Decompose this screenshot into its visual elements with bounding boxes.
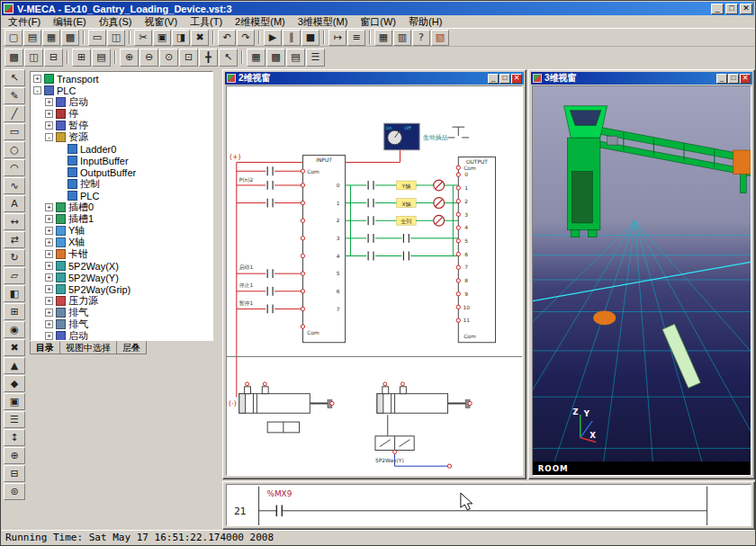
tree-item[interactable]: +Y轴 <box>32 225 212 237</box>
undo-icon[interactable]: ↶ <box>218 30 236 46</box>
menu-item[interactable]: 2维模型(M) <box>229 15 292 29</box>
expand-icon[interactable]: + <box>45 273 53 282</box>
menu-item[interactable]: 文件(F) <box>2 15 47 29</box>
rotate-tool-icon[interactable]: ↻ <box>4 249 25 266</box>
window-3d-minimize-button[interactable]: _ <box>716 74 727 84</box>
valve-y[interactable]: 5P2Way(Y) <box>375 415 452 468</box>
expand-icon[interactable]: + <box>45 309 53 317</box>
push-button-symbol[interactable] <box>448 127 470 138</box>
window-3d-close-button[interactable]: ✕ <box>740 74 751 84</box>
arc-tool-icon[interactable]: ◠ <box>4 159 25 176</box>
expand-icon[interactable]: + <box>45 320 53 328</box>
save-all-icon[interactable]: ▩ <box>61 30 79 46</box>
cut-icon[interactable]: ✂ <box>134 30 152 46</box>
titlebar[interactable]: V-MECA - Ex10_Gantry_Loading_Device.vst:… <box>2 2 754 15</box>
window-2d-maximize-button[interactable]: □ <box>500 74 510 84</box>
valve-x[interactable] <box>267 422 299 433</box>
measure-tool-icon[interactable]: ⊚ <box>4 483 25 500</box>
copy-icon[interactable]: ▣ <box>153 30 171 46</box>
report-icon[interactable]: ▥ <box>393 30 411 46</box>
expand-icon[interactable]: + <box>45 238 53 246</box>
tree-item[interactable]: +插槽0 <box>32 201 212 213</box>
layers-icon[interactable]: ▤ <box>286 49 305 67</box>
workpiece-orange[interactable] <box>593 311 616 326</box>
expand-icon[interactable]: + <box>45 262 53 270</box>
tree-item[interactable]: 控制 <box>32 178 212 190</box>
cylinder-x[interactable] <box>239 382 334 413</box>
pan-icon[interactable]: ╋ <box>199 49 218 67</box>
tree-item[interactable]: +X轴 <box>32 237 212 248</box>
expand-icon[interactable]: + <box>45 98 53 106</box>
tree-item[interactable]: +5P2Way(Grip) <box>32 283 212 295</box>
diamond-tool-icon[interactable]: ◆ <box>4 375 25 392</box>
table-icon[interactable]: ▦ <box>374 30 392 46</box>
tree-item[interactable]: +5P2Way(Y) <box>32 272 212 283</box>
tree-item[interactable]: +压力源 <box>32 295 212 307</box>
selector-knob[interactable]: On Off <box>384 123 419 149</box>
expand-icon[interactable]: + <box>45 227 53 235</box>
expand-icon[interactable]: + <box>45 215 53 223</box>
output-block[interactable]: OUTPUT Com Com 01234567891011 <box>456 157 495 343</box>
ladder-rung-21[interactable]: 21 %MX9 <box>234 487 707 525</box>
tree-tab[interactable]: 目录 <box>30 341 60 354</box>
grid-icon[interactable]: ▦ <box>247 49 266 67</box>
paste-icon[interactable]: ◨ <box>172 30 190 46</box>
zoom-tool-icon[interactable]: ⊕ <box>4 447 25 464</box>
menu-item[interactable]: 3维模型(M) <box>292 15 355 29</box>
print-icon[interactable]: ▭ <box>88 30 106 46</box>
zoom-in-icon[interactable]: ⊕ <box>120 49 139 67</box>
window-2d-close-button[interactable]: ✕ <box>511 74 522 84</box>
step-icon[interactable]: ↦ <box>328 30 346 46</box>
tree-item[interactable]: -PLC <box>32 85 212 96</box>
books-icon[interactable]: ▧ <box>431 30 449 46</box>
window-tile-horizontal-icon[interactable]: ◫ <box>24 49 43 67</box>
help-icon[interactable]: ? <box>412 30 430 46</box>
tree-item[interactable]: +停 <box>32 108 212 120</box>
expand-icon[interactable]: + <box>45 203 53 211</box>
node-tool-icon[interactable]: ◉ <box>4 321 25 338</box>
3d-canvas[interactable]: Z Y X ROOM <box>532 85 752 476</box>
component-tool-icon[interactable]: ⊞ <box>4 303 25 320</box>
tree-item[interactable]: +卡钳 <box>32 248 212 260</box>
menu-item[interactable]: 工具(T) <box>184 15 229 29</box>
dimension-tool-icon[interactable]: ↔ <box>4 213 25 230</box>
tree-item[interactable]: +暂停 <box>32 120 212 131</box>
run-icon[interactable]: ▶ <box>264 30 282 46</box>
collapse-tool-icon[interactable]: ⊟ <box>4 465 25 482</box>
2d-canvas[interactable]: On Off 生动插品 (+) <box>226 85 523 476</box>
vertical-dim-tool-icon[interactable]: ↕ <box>4 429 25 446</box>
ladder-canvas[interactable]: 21 %MX9 <box>226 484 752 526</box>
menu-item[interactable]: 编辑(E) <box>47 15 93 29</box>
tree-item[interactable]: -资源 <box>32 131 212 143</box>
minimize-button[interactable]: _ <box>711 4 724 14</box>
tree-item[interactable]: +插槽1 <box>32 213 212 225</box>
tree-item[interactable]: +排气 <box>32 318 212 330</box>
select-arrow-icon[interactable]: ↖ <box>219 49 238 67</box>
expand-icon[interactable]: + <box>45 332 53 340</box>
zoom-out-icon[interactable]: ⊖ <box>140 49 158 67</box>
collapse-icon[interactable]: - <box>45 133 53 141</box>
tree-item[interactable]: +排气 <box>32 307 212 318</box>
tree-item[interactable]: Ladder0 <box>32 143 212 155</box>
open-icon[interactable]: ▤ <box>23 30 41 46</box>
project-tree[interactable]: +Transport-PLC+启动+停+暂停-资源Ladder0InputBuf… <box>30 71 213 341</box>
expand-icon[interactable]: + <box>45 297 53 305</box>
tree-item[interactable]: PLC <box>32 190 212 201</box>
expand-icon[interactable]: + <box>45 250 53 258</box>
menu-item[interactable]: 窗口(W) <box>354 15 402 29</box>
new-icon[interactable]: ▢ <box>4 30 22 46</box>
window-3d-maximize-button[interactable]: □ <box>728 74 739 84</box>
snap-icon[interactable]: ▩ <box>266 49 285 67</box>
zoom-fit-icon[interactable]: ⊙ <box>159 49 178 67</box>
rect-tool-icon[interactable]: ▭ <box>4 123 25 140</box>
save-icon[interactable]: ▦ <box>42 30 60 46</box>
delete-icon[interactable]: ✖ <box>191 30 209 46</box>
tree-item[interactable]: OutputBuffer <box>32 166 212 178</box>
pause-icon[interactable]: ∥ <box>283 30 301 46</box>
select-tool-icon[interactable]: ↖ <box>4 69 25 86</box>
line-tool-icon[interactable]: ╱ <box>4 105 25 122</box>
pencil-tool-icon[interactable]: ✎ <box>4 87 25 104</box>
tree-tab[interactable]: 层叠 <box>116 341 147 354</box>
offset-tool-icon[interactable]: ▱ <box>4 267 25 284</box>
list-tool-icon[interactable]: ☰ <box>4 411 25 428</box>
